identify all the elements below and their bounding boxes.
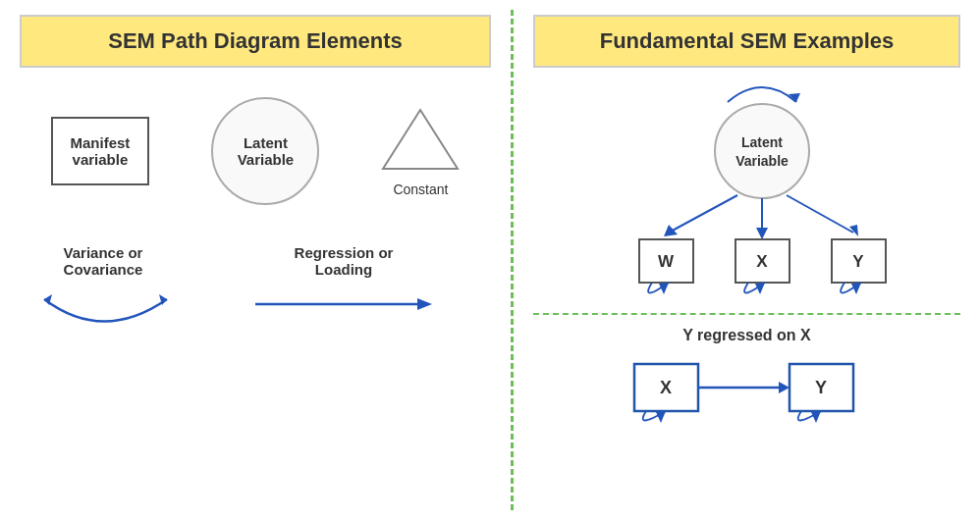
regression-title: Y regressed on X bbox=[682, 327, 810, 344]
elements-row: Manifest variable Latent Variable Consta… bbox=[20, 97, 491, 205]
constant-area: Constant bbox=[381, 105, 460, 197]
bottom-row: Variance or Covariance Regression or Loa… bbox=[20, 244, 491, 343]
svg-point-6 bbox=[715, 104, 809, 198]
svg-text:W: W bbox=[657, 252, 674, 271]
regression-diagram: Y regressed on X X Y bbox=[533, 327, 960, 435]
regression-svg: X Y bbox=[625, 356, 870, 435]
svg-marker-4 bbox=[417, 298, 432, 310]
regression-arrow bbox=[250, 289, 437, 319]
right-panel: Fundamental SEM Examples Latent Variable bbox=[514, 0, 980, 520]
top-diagram: Latent Variable W X Y bbox=[533, 87, 960, 303]
svg-line-9 bbox=[669, 195, 737, 233]
variance-label: Variance or Covariance bbox=[64, 244, 143, 278]
svg-marker-12 bbox=[756, 228, 768, 239]
regression-label: Regression or Loading bbox=[295, 244, 394, 278]
constant-label: Constant bbox=[393, 182, 448, 197]
manifest-variable-box: Manifest variable bbox=[51, 117, 150, 185]
cfa-diagram-svg: Latent Variable W X Y bbox=[590, 87, 904, 303]
svg-line-13 bbox=[787, 195, 853, 233]
regression-section: Regression or Loading bbox=[236, 244, 452, 319]
variance-section: Variance or Covariance bbox=[20, 244, 187, 343]
svg-marker-30 bbox=[656, 411, 666, 423]
latent-variable-circle: Latent Variable bbox=[211, 97, 319, 205]
svg-text:Y: Y bbox=[814, 378, 826, 397]
svg-text:X: X bbox=[659, 378, 671, 397]
svg-text:Variable: Variable bbox=[735, 153, 789, 169]
svg-text:Latent: Latent bbox=[741, 134, 783, 150]
horizontal-divider bbox=[533, 313, 960, 315]
constant-triangle bbox=[381, 105, 460, 174]
svg-marker-10 bbox=[664, 225, 678, 236]
left-panel: SEM Path Diagram Elements Manifest varia… bbox=[0, 0, 511, 520]
svg-marker-0 bbox=[383, 110, 458, 169]
variance-arrow bbox=[25, 289, 182, 343]
svg-marker-31 bbox=[811, 411, 821, 423]
right-title: Fundamental SEM Examples bbox=[533, 15, 960, 68]
svg-text:X: X bbox=[756, 252, 768, 271]
left-title: SEM Path Diagram Elements bbox=[20, 15, 491, 68]
main-container: SEM Path Diagram Elements Manifest varia… bbox=[0, 0, 980, 520]
svg-marker-27 bbox=[779, 382, 789, 393]
svg-text:Y: Y bbox=[852, 252, 864, 271]
